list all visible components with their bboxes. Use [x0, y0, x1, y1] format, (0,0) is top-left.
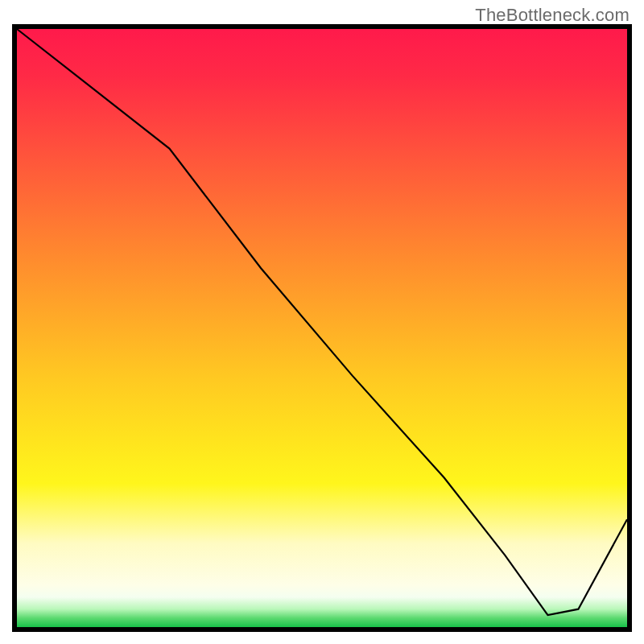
line-chart-svg [17, 29, 627, 627]
bottleneck-curve-line [17, 29, 627, 615]
watermark-text: TheBottleneck.com [475, 5, 630, 26]
chart-plot-area [12, 24, 632, 632]
